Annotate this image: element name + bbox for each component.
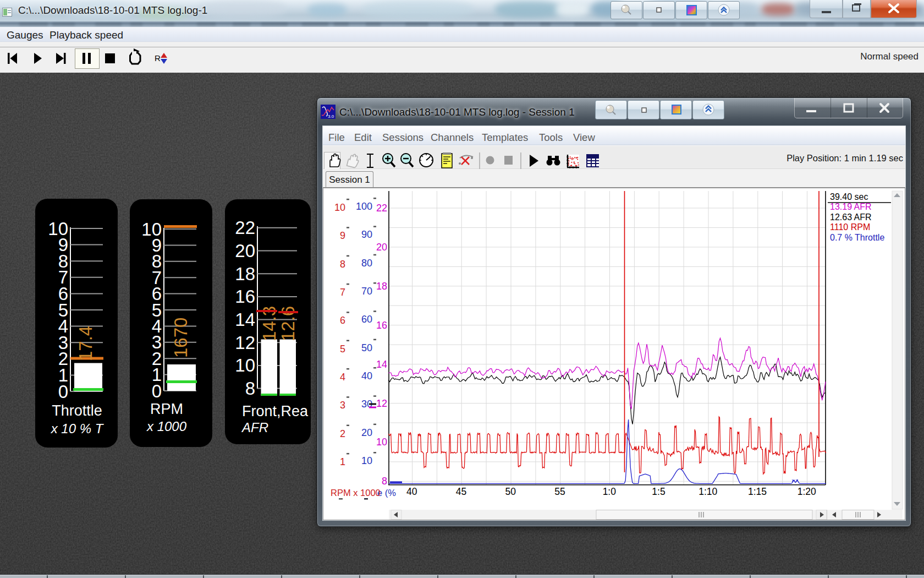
svg-text:1:0: 1:0	[603, 486, 617, 497]
svg-text:45: 45	[456, 486, 466, 497]
svg-text:16: 16	[235, 286, 255, 307]
svg-text:17.4: 17.4	[75, 326, 96, 361]
svg-text:100: 100	[356, 201, 372, 212]
svg-text:70: 70	[361, 286, 372, 297]
svg-text:12.63 AFR: 12.63 AFR	[830, 212, 872, 222]
svg-text:8: 8	[340, 259, 345, 270]
svg-text:40: 40	[406, 486, 417, 497]
svg-text:22: 22	[235, 217, 255, 238]
svg-text:1670: 1670	[170, 318, 191, 358]
svg-text:RPM: RPM	[150, 401, 183, 417]
svg-text:0.7 % Throttle: 0.7 % Throttle	[830, 233, 884, 242]
svg-text:10: 10	[48, 219, 68, 239]
svg-text:12: 12	[376, 398, 387, 409]
svg-text:12: 12	[235, 332, 255, 353]
svg-text:2: 2	[340, 428, 345, 439]
svg-text:20: 20	[235, 241, 255, 261]
svg-text:R: R	[155, 53, 161, 63]
svg-text:Front,Rea: Front,Rea	[242, 403, 309, 419]
svg-text:18: 18	[376, 281, 387, 292]
svg-text:14: 14	[376, 359, 387, 370]
svg-text:1: 1	[340, 456, 345, 467]
svg-text:10: 10	[361, 455, 372, 466]
svg-text:1:15: 1:15	[748, 486, 767, 497]
svg-text:1:5: 1:5	[652, 486, 665, 497]
svg-text:x 10 % T: x 10 % T	[51, 421, 105, 436]
svg-text:20: 20	[361, 427, 372, 438]
svg-text:50: 50	[361, 342, 372, 353]
svg-text:14: 14	[235, 309, 255, 330]
svg-text:9: 9	[340, 230, 345, 241]
svg-text:8: 8	[382, 476, 387, 487]
svg-text:22: 22	[376, 203, 387, 214]
svg-text:16: 16	[376, 320, 387, 331]
svg-text:6: 6	[340, 315, 345, 326]
svg-text:20: 20	[376, 242, 387, 253]
svg-text:8: 8	[245, 378, 255, 399]
svg-text:55: 55	[554, 486, 565, 497]
svg-text:18: 18	[235, 264, 255, 284]
svg-text:4: 4	[340, 372, 345, 383]
svg-text:10: 10	[376, 437, 387, 448]
svg-text:x 1000: x 1000	[146, 419, 187, 434]
svg-text:13.19 AFR: 13.19 AFR	[830, 202, 872, 211]
svg-text:10: 10	[334, 202, 345, 213]
svg-text:AFR: AFR	[241, 420, 268, 435]
svg-text:3: 3	[340, 400, 345, 411]
svg-text:Throttle: Throttle	[52, 402, 102, 419]
svg-text:3.0: 3.0	[328, 114, 334, 119]
svg-text:7: 7	[340, 287, 345, 298]
svg-text:1:20: 1:20	[798, 486, 816, 497]
svg-text:1:10: 1:10	[698, 486, 717, 497]
svg-text:60: 60	[361, 314, 372, 325]
svg-text:50: 50	[505, 486, 516, 497]
svg-text:1110 RPM: 1110 RPM	[830, 222, 870, 232]
svg-text:40: 40	[361, 370, 372, 381]
svg-text:RPM x 1000: RPM x 1000	[331, 488, 381, 498]
svg-text:10: 10	[235, 355, 255, 375]
svg-text:80: 80	[361, 258, 372, 269]
svg-text:90: 90	[361, 229, 372, 240]
svg-text:5: 5	[340, 343, 345, 355]
svg-text:10: 10	[141, 219, 162, 239]
svg-text:39.40 sec: 39.40 sec	[830, 192, 868, 201]
